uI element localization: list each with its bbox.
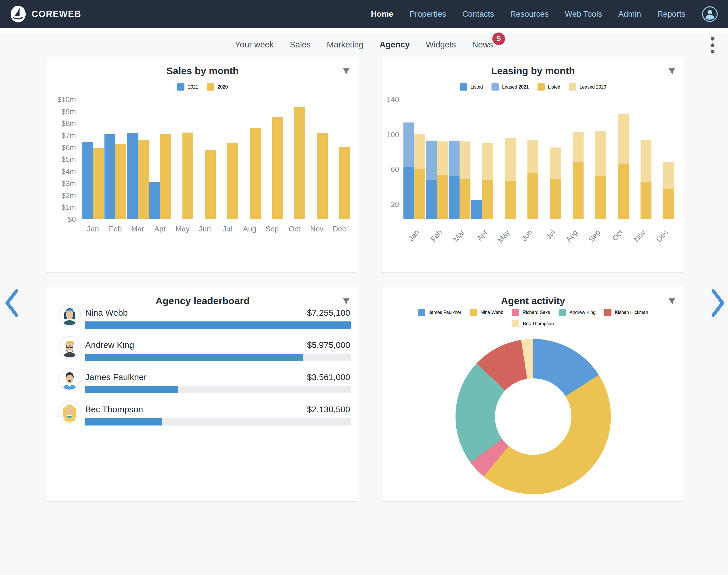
x-label-dec: Dec: [328, 225, 350, 233]
y-tick-label: $6m: [53, 143, 76, 151]
x-label-nov: Nov: [306, 225, 328, 233]
bar-group-nov: [306, 99, 328, 219]
legend-swatch: [492, 83, 499, 91]
segment-leased-2020-apr: [482, 143, 493, 180]
legend-item-listed[interactable]: Listed: [460, 83, 483, 91]
filter-funnel-icon[interactable]: [342, 67, 350, 76]
nav-item-reports[interactable]: Reports: [657, 9, 686, 19]
legend-item-leased-2021[interactable]: Leased 2021: [492, 83, 529, 91]
x-label-jun: Jun: [516, 225, 539, 245]
y-tick-label: $7m: [53, 131, 76, 139]
legend-item-james-faulkner[interactable]: James Faulkner: [418, 309, 461, 316]
x-label-text: Aug: [564, 228, 579, 244]
bar-group-may: [171, 99, 194, 219]
chevron-right-icon[interactable]: [710, 289, 726, 317]
stack-2020-jun: [528, 140, 538, 219]
filter-funnel-icon[interactable]: [668, 67, 676, 76]
legend-label: Listed: [471, 84, 483, 90]
tab-sales[interactable]: Sales: [290, 40, 311, 49]
leaderboard-row-bec-thompson: Bec Thompson$2,130,500: [47, 401, 358, 430]
dashboard-tabs: Your weekSalesMarketingAgencyWidgetsNews…: [0, 34, 728, 56]
x-label-apr: Apr: [149, 225, 171, 233]
x-label-feb: Feb: [426, 225, 449, 245]
legend-label: James Faulkner: [429, 310, 461, 315]
bar-2021-jan: [82, 142, 93, 219]
nav-item-home[interactable]: Home: [371, 9, 393, 19]
segment-leased-2021-feb: [426, 141, 437, 180]
bar-group-may: [494, 99, 516, 219]
nav-item-resources[interactable]: Resources: [510, 9, 549, 19]
segment-listed-2021-feb: [426, 180, 437, 219]
segment-leased-2020-feb: [437, 141, 448, 175]
x-label-text: Jun: [520, 228, 534, 243]
bar-2020-apr: [160, 134, 171, 219]
x-label-text: Oct: [610, 228, 625, 243]
legend-swatch: [177, 83, 185, 91]
legend-swatch: [538, 83, 545, 91]
legend-swatch: [512, 320, 519, 327]
nav-item-properties[interactable]: Properties: [409, 9, 446, 19]
stack-2020-jul: [550, 147, 561, 219]
sales-bar-plot: [82, 99, 350, 219]
avatar-andrew-king: [59, 337, 80, 358]
tab-news[interactable]: News5: [472, 40, 493, 49]
x-label-text: Jul: [544, 228, 557, 241]
x-label-jul: Jul: [539, 225, 561, 245]
x-label-text: Apr: [475, 228, 489, 243]
progress-track: [85, 353, 351, 361]
tab-label: Your week: [235, 40, 274, 49]
agent-sales-amount: $7,255,100: [307, 308, 350, 318]
legend-item-andrew-king[interactable]: Andrew King: [559, 309, 596, 316]
nav-item-contacts[interactable]: Contacts: [463, 9, 494, 19]
legend-item-listed[interactable]: Listed: [538, 83, 561, 91]
stack-2020-may: [505, 138, 516, 219]
segment-listed-2020-mar: [460, 179, 471, 219]
legend-item-2021[interactable]: 2021: [177, 83, 198, 91]
bar-2020-nov: [317, 133, 328, 219]
leasing-legend: ListedLeased 2021ListedLeased 2020: [382, 83, 684, 91]
activity-card-title: Agent activity: [382, 295, 684, 306]
nav-item-admin[interactable]: Admin: [619, 9, 641, 19]
x-label-nov: Nov: [629, 225, 652, 245]
leaderboard-row-andrew-king: Andrew King$5,975,000: [47, 337, 358, 365]
bar-2020-aug: [250, 128, 261, 219]
stack-2020-apr: [482, 143, 493, 219]
stack-2020-jan: [414, 134, 425, 219]
segment-listed-2020-sep: [595, 176, 606, 219]
y-tick-label: 60: [385, 165, 399, 173]
bar-2021-feb: [104, 134, 116, 219]
tab-agency[interactable]: Agency: [380, 40, 410, 49]
brand[interactable]: COREWEB: [9, 5, 81, 23]
legend-item-nina-webb[interactable]: Nina Webb: [470, 309, 503, 316]
tab-your-week[interactable]: Your week: [235, 40, 274, 49]
segment-listed-2020-aug: [573, 162, 583, 219]
stack-2020-dec: [663, 162, 674, 219]
legend-item-bec-thompson[interactable]: Bec Thompson: [512, 320, 553, 327]
segment-listed-2020-jan: [414, 169, 425, 219]
legend-item-richard-sake[interactable]: Richard Sake: [512, 309, 550, 316]
x-label-mar: Mar: [127, 225, 149, 233]
avatar-james-faulkner: [59, 369, 80, 390]
tab-widgets[interactable]: Widgets: [426, 40, 456, 49]
tab-label: Marketing: [327, 40, 363, 49]
legend-swatch: [207, 83, 214, 91]
nav-item-web-tools[interactable]: Web Tools: [565, 9, 602, 19]
bar-group-sep: [261, 99, 283, 219]
bar-group-feb: [104, 99, 127, 219]
x-label-apr: Apr: [471, 225, 494, 245]
legend-swatch: [604, 309, 611, 316]
tab-marketing[interactable]: Marketing: [327, 40, 363, 49]
y-tick-label: $1m: [53, 203, 76, 211]
leasing-bar-plot: [403, 99, 674, 219]
legend-item-2020[interactable]: 2020: [207, 83, 228, 91]
y-tick-label: 100: [385, 131, 399, 139]
user-circle-icon[interactable]: [701, 6, 718, 23]
legend-item-kishan-hickman[interactable]: Kishan Hickman: [604, 309, 648, 316]
segment-leased-2020-jun: [528, 140, 538, 173]
x-label-jan: Jan: [82, 225, 104, 233]
filter-funnel-icon[interactable]: [668, 297, 676, 306]
legend-item-leased-2020[interactable]: Leased 2020: [569, 83, 606, 91]
chevron-left-icon[interactable]: [4, 289, 20, 317]
kebab-menu-icon[interactable]: [709, 37, 715, 54]
x-label-text: Feb: [429, 228, 444, 243]
